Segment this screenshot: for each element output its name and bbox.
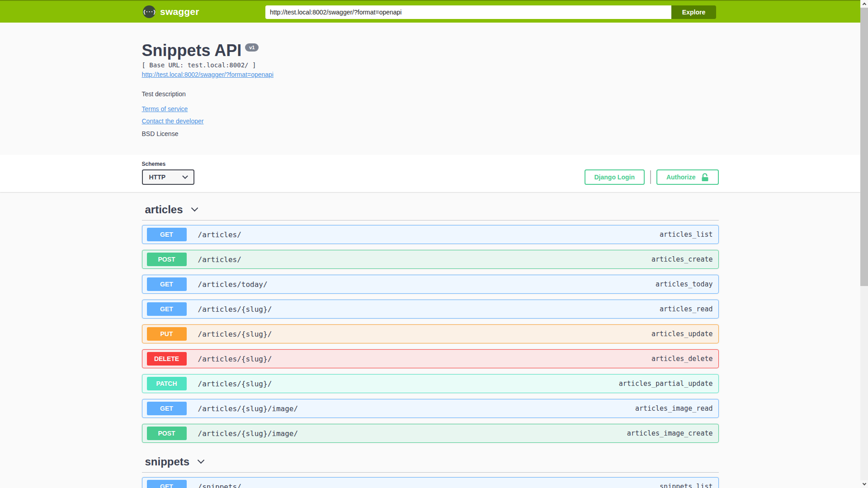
operation-path: /articles/ [198, 255, 241, 264]
operation-id: articles_list [660, 230, 712, 239]
tag-title: articles [145, 203, 183, 216]
auth-divider [650, 170, 651, 184]
swagger-logo-icon: {···} [143, 5, 156, 18]
tag-section: snippets GET /snippets/ snippets_list [142, 455, 719, 488]
operation-row[interactable]: GET /articles/ articles_list [142, 225, 719, 244]
scheme-section: Schemes HTTP Django Login Authorize [0, 155, 860, 192]
spec-url-input[interactable] [265, 5, 671, 19]
tag-header[interactable]: snippets [142, 455, 719, 473]
django-login-button[interactable]: Django Login [585, 169, 645, 185]
method-badge: GET [147, 228, 187, 241]
operation-id: articles_image_read [635, 404, 713, 413]
method-badge: PUT [147, 327, 187, 341]
topbar: {···} swagger Explore [0, 0, 860, 23]
schemes-selected-value: HTTP [149, 174, 166, 181]
method-badge: DELETE [147, 352, 187, 366]
info-section: Snippets API v1 [ Base URL: test.local:8… [0, 23, 860, 155]
method-badge: POST [147, 427, 187, 440]
operation-path: /articles/{slug}/ [198, 380, 272, 388]
schemes-select[interactable]: HTTP [142, 169, 194, 185]
method-badge: GET [147, 302, 187, 316]
operation-path: /articles/ [198, 230, 241, 239]
operation-list: GET /articles/ articles_list POST /artic… [142, 225, 719, 443]
operation-row[interactable]: PUT /articles/{slug}/ articles_update [142, 324, 719, 343]
chevron-down-icon [182, 173, 188, 179]
operation-id: articles_update [651, 330, 712, 338]
tag-header[interactable]: articles [142, 203, 719, 221]
explore-button[interactable]: Explore [671, 5, 716, 19]
operation-id: articles_image_create [627, 429, 713, 437]
method-badge: GET [147, 402, 187, 415]
operation-row[interactable]: GET /articles/{slug}/image/ articles_ima… [142, 399, 719, 418]
chevron-down-icon [198, 457, 205, 464]
base-url: [ Base URL: test.local:8002/ ] [142, 61, 719, 69]
version-badge: v1 [245, 43, 259, 52]
schemes-label: Schemes [142, 161, 194, 167]
operation-path: /articles/{slug}/image/ [198, 404, 298, 413]
chevron-up-icon [862, 3, 866, 6]
scrollbar-thumb[interactable] [860, 8, 868, 286]
terms-of-service-link[interactable]: Terms of service [142, 105, 188, 113]
operation-id: snippets_list [660, 483, 712, 488]
authorize-button[interactable]: Authorize [656, 169, 719, 185]
brand-text: swagger [160, 6, 199, 17]
tag-section: articles GET /articles/ articles_list PO… [142, 203, 719, 443]
operation-row[interactable]: PATCH /articles/{slug}/ articles_partial… [142, 374, 719, 393]
operation-path: /articles/{slug}/ [198, 355, 272, 363]
swagger-brand: {···} swagger [143, 1, 199, 23]
schemes-block: Schemes HTTP [142, 161, 194, 185]
authorize-label: Authorize [666, 174, 696, 181]
operation-path: /snippets/ [198, 483, 241, 488]
operation-path: /articles/{slug}/ [198, 330, 272, 338]
operation-row[interactable]: POST /articles/{slug}/image/ articles_im… [142, 424, 719, 443]
operation-path: /articles/{slug}/image/ [198, 429, 298, 438]
tag-title: snippets [145, 455, 190, 468]
scroll-down-button[interactable] [860, 480, 868, 488]
scroll-up-button[interactable] [860, 0, 868, 8]
contact-developer-link[interactable]: Contact the developer [142, 117, 204, 125]
operation-row[interactable]: DELETE /articles/{slug}/ articles_delete [142, 349, 719, 368]
spec-link[interactable]: http://test.local:8002/swagger/?format=o… [142, 71, 274, 78]
operation-id: articles_partial_update [619, 380, 713, 388]
method-badge: GET [147, 277, 187, 291]
unlock-icon [701, 173, 709, 182]
operation-id: articles_today [656, 280, 712, 288]
method-badge: GET [147, 480, 187, 488]
chevron-down-icon [862, 482, 866, 485]
chevron-down-icon [191, 205, 198, 212]
operation-id: articles_create [651, 255, 712, 263]
operation-id: articles_delete [651, 355, 712, 363]
operation-row[interactable]: POST /articles/ articles_create [142, 250, 719, 269]
operation-path: /articles/{slug}/ [198, 305, 272, 314]
method-badge: POST [147, 253, 187, 266]
operation-row[interactable]: GET /snippets/ snippets_list [142, 477, 719, 488]
method-badge: PATCH [147, 377, 187, 390]
django-login-label: Django Login [594, 174, 635, 181]
operation-list: GET /snippets/ snippets_list [142, 477, 719, 488]
operation-path: /articles/today/ [198, 280, 268, 289]
operation-row[interactable]: GET /articles/{slug}/ articles_read [142, 300, 719, 319]
page-title: Snippets API [142, 41, 242, 60]
license-text: BSD License [142, 130, 719, 137]
operations: articles GET /articles/ articles_list PO… [142, 192, 719, 488]
operation-id: articles_read [660, 305, 712, 313]
operation-row[interactable]: GET /articles/today/ articles_today [142, 275, 719, 294]
scrollbar-track[interactable] [860, 0, 868, 488]
api-description: Test description [142, 90, 719, 98]
